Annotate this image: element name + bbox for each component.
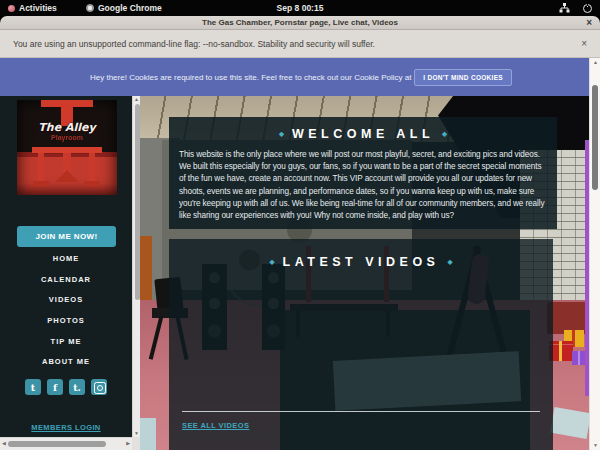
welcome-heading: ◆ WELCOME ALL ◆ bbox=[169, 127, 557, 141]
scroll-left-icon[interactable]: ◀ bbox=[2, 441, 6, 446]
sidebar-item-videos[interactable]: VIDEOS bbox=[0, 290, 132, 311]
sidebar-vertical-scrollbar[interactable]: ▲ ▼ bbox=[132, 96, 140, 437]
diamond-icon: ◆ bbox=[279, 130, 284, 138]
sidebar-item-photos[interactable]: PHOTOS bbox=[0, 311, 132, 332]
power-menu-button[interactable] bbox=[583, 0, 592, 16]
page-vertical-scrollbar[interactable]: ▲ ▼ bbox=[589, 58, 600, 450]
flag-warning-bar: You are using an unsupported command-lin… bbox=[0, 30, 600, 58]
logo-subtext: Playroom bbox=[17, 134, 117, 141]
cookie-accept-button[interactable]: I DON'T MIND COOKIES bbox=[414, 69, 512, 86]
scrollbar-corner bbox=[132, 437, 140, 450]
social-links: t f t. bbox=[0, 379, 132, 396]
scroll-up-icon[interactable]: ▲ bbox=[593, 60, 598, 65]
sidebar-item-calendar[interactable]: CALENDAR bbox=[0, 270, 132, 291]
logo-text: The Alley bbox=[17, 121, 117, 134]
sidebar-vertical-scrollbar-thumb[interactable] bbox=[135, 104, 140, 300]
photo-mat bbox=[140, 418, 156, 450]
see-all-videos-link[interactable]: SEE ALL VIDEOS bbox=[182, 421, 249, 430]
sidebar-horizontal-scrollbar[interactable]: ◀ ▶ bbox=[0, 437, 132, 450]
window-title: The Gas Chamber, Pornstar page, Live cha… bbox=[202, 18, 398, 27]
sidebar-horizontal-scrollbar-thumb[interactable] bbox=[8, 441, 106, 447]
sidebar-item-tip-me[interactable]: TIP ME bbox=[0, 332, 132, 353]
clock-button[interactable]: Sep 8 00:15 bbox=[0, 0, 600, 16]
scroll-down-icon[interactable]: ▼ bbox=[593, 443, 598, 448]
site-logo-image[interactable]: The Alley Playroom bbox=[17, 100, 117, 195]
infobar-close-icon[interactable]: × bbox=[581, 38, 587, 49]
cookie-message: Hey there! Cookies are required to use t… bbox=[90, 58, 446, 96]
network-indicator[interactable] bbox=[559, 0, 570, 16]
logo-stand bbox=[84, 181, 100, 186]
welcome-section: ◆ WELCOME ALL ◆ This website is the only… bbox=[169, 117, 557, 229]
divider-line bbox=[182, 411, 540, 412]
scroll-right-icon[interactable]: ▶ bbox=[126, 441, 130, 446]
clock-label: Sep 8 00:15 bbox=[277, 3, 324, 13]
members-login-link[interactable]: MEMBERS LOGIN bbox=[0, 423, 132, 432]
logo-stand bbox=[33, 181, 49, 186]
page-vertical-scrollbar-thumb[interactable] bbox=[592, 85, 598, 190]
network-icon bbox=[559, 3, 570, 13]
join-me-now-button[interactable]: JOIN ME NOW! bbox=[17, 226, 116, 247]
sidebar: The Alley Playroom JOIN ME NOW! HOME CAL… bbox=[0, 96, 132, 437]
gnome-top-bar: Activities Google Chrome Sep 8 00:15 bbox=[0, 0, 600, 16]
latest-videos-section: ◆ LATEST VIDEOS ◆ SEE ALL VIDEOS bbox=[169, 239, 553, 450]
twitter-icon[interactable]: t bbox=[25, 379, 41, 395]
diamond-icon: ◆ bbox=[447, 258, 452, 266]
window-titlebar: The Gas Chamber, Pornstar page, Live cha… bbox=[0, 16, 600, 30]
latest-videos-title: LATEST VIDEOS bbox=[283, 255, 440, 269]
diamond-icon: ◆ bbox=[270, 258, 275, 266]
logo-stand bbox=[38, 153, 44, 183]
logo-stand bbox=[89, 153, 95, 183]
diamond-icon: ◆ bbox=[442, 130, 447, 138]
sidebar-item-home[interactable]: HOME bbox=[0, 249, 132, 270]
sidebar-item-about-me[interactable]: ABOUT ME bbox=[0, 352, 132, 373]
tumblr-icon[interactable]: t. bbox=[69, 379, 85, 395]
window-close-icon[interactable]: × bbox=[586, 17, 592, 28]
welcome-title: WELCOME ALL bbox=[292, 127, 434, 141]
power-icon bbox=[583, 4, 592, 13]
instagram-icon[interactable] bbox=[91, 379, 107, 395]
flag-warning-text: You are using an unsupported command-lin… bbox=[13, 39, 375, 49]
sidebar-nav: HOME CALENDAR VIDEOS PHOTOS TIP ME ABOUT… bbox=[0, 249, 132, 373]
welcome-body-text: This website is the only place where we … bbox=[179, 149, 549, 222]
scroll-down-icon[interactable]: ▼ bbox=[134, 431, 139, 436]
cookie-banner: Hey there! Cookies are required to use t… bbox=[0, 58, 589, 96]
facebook-icon[interactable]: f bbox=[47, 379, 63, 395]
scroll-up-icon[interactable]: ▲ bbox=[134, 97, 139, 102]
logo-stand bbox=[55, 170, 79, 182]
latest-videos-heading: ◆ LATEST VIDEOS ◆ bbox=[169, 239, 553, 269]
